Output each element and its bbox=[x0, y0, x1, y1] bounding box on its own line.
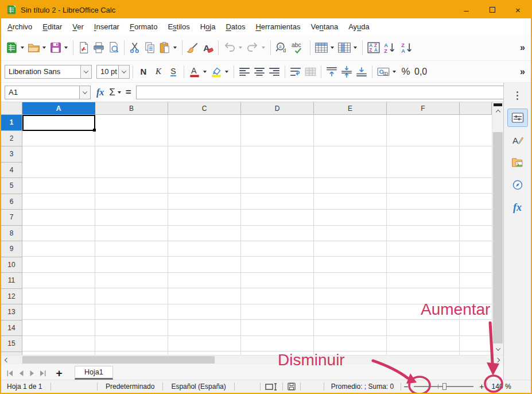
horizontal-scrollbar-thumb[interactable] bbox=[22, 356, 215, 364]
menu-hoja[interactable]: Hoja bbox=[195, 20, 221, 33]
paste-button[interactable] bbox=[157, 37, 172, 58]
formula-button[interactable]: = bbox=[126, 87, 131, 98]
scroll-up-button[interactable] bbox=[492, 107, 503, 117]
sidebar-styles-button[interactable]: A bbox=[507, 131, 528, 149]
align-left-button[interactable] bbox=[237, 63, 252, 81]
percent-format-button[interactable]: % bbox=[398, 63, 413, 81]
horizontal-scrollbar[interactable] bbox=[1, 355, 503, 364]
column-header-partial[interactable] bbox=[460, 102, 492, 115]
sidebar-functions-button[interactable]: fx bbox=[507, 198, 528, 217]
menu-archivo[interactable]: Archivo bbox=[2, 20, 37, 33]
sum-button[interactable]: Σ bbox=[109, 87, 115, 98]
function-wizard-button[interactable]: fx bbox=[96, 87, 104, 98]
close-button[interactable]: × bbox=[505, 1, 531, 18]
menu-ventana[interactable]: Ventana bbox=[305, 20, 343, 33]
zoom-out-button[interactable]: − bbox=[401, 382, 410, 391]
vertical-scrollbar[interactable] bbox=[492, 102, 503, 355]
row-header-14[interactable]: 14 bbox=[1, 320, 22, 337]
open-button[interactable] bbox=[26, 37, 41, 58]
column-header-A[interactable]: A bbox=[22, 102, 95, 115]
column-header-F[interactable]: F bbox=[387, 102, 460, 115]
row-header-1[interactable]: 1 bbox=[1, 115, 22, 131]
column-dropdown[interactable] bbox=[354, 47, 357, 49]
minimize-button[interactable]: – bbox=[453, 1, 479, 18]
formatting-toolbar-overflow[interactable]: » bbox=[520, 67, 525, 77]
row-header-15[interactable]: 15 bbox=[1, 336, 22, 352]
clear-formatting-button[interactable]: A bbox=[200, 37, 215, 58]
find-replace-button[interactable]: ad bbox=[274, 37, 290, 58]
zoom-slider-thumb[interactable] bbox=[442, 383, 446, 390]
menu-editar[interactable]: Editar bbox=[37, 20, 67, 33]
scroll-down-button[interactable] bbox=[492, 345, 503, 354]
font-name-dropdown[interactable] bbox=[80, 65, 91, 78]
cut-button[interactable] bbox=[127, 37, 142, 58]
sort-button[interactable]: AZZA bbox=[366, 37, 382, 58]
new-document-dropdown[interactable] bbox=[21, 47, 24, 49]
undo-dropdown[interactable] bbox=[239, 47, 242, 49]
zoom-in-button[interactable]: + bbox=[477, 382, 486, 391]
row-header-7[interactable]: 7 bbox=[1, 210, 22, 226]
row-header-13[interactable]: 13 bbox=[1, 304, 22, 320]
menu-ayuda[interactable]: Ayuda bbox=[343, 20, 375, 33]
standard-toolbar-overflow[interactable]: » bbox=[520, 43, 525, 53]
last-sheet-button[interactable] bbox=[37, 366, 48, 380]
zoom-slider[interactable] bbox=[414, 386, 473, 387]
open-dropdown[interactable] bbox=[42, 47, 46, 49]
print-button[interactable] bbox=[91, 37, 106, 58]
insert-row-button[interactable] bbox=[313, 37, 329, 58]
clone-formatting-button[interactable] bbox=[185, 37, 200, 58]
scroll-left-button[interactable] bbox=[2, 356, 11, 364]
column-header-C[interactable]: C bbox=[168, 102, 241, 115]
align-right-button[interactable] bbox=[267, 63, 282, 81]
menu-estilos[interactable]: Estilos bbox=[162, 20, 195, 33]
previous-sheet-button[interactable] bbox=[15, 366, 26, 380]
wrap-text-button[interactable] bbox=[288, 63, 303, 81]
language[interactable]: Español (España) bbox=[163, 383, 234, 391]
menu-formato[interactable]: Formato bbox=[125, 20, 162, 33]
center-vertically-button[interactable] bbox=[339, 63, 354, 81]
align-bottom-button[interactable] bbox=[354, 63, 369, 81]
row-header-6[interactable]: 6 bbox=[1, 194, 22, 210]
row-header-11[interactable]: 11 bbox=[1, 273, 22, 289]
font-color-dropdown[interactable] bbox=[203, 71, 207, 73]
zoom-level[interactable]: 140 % bbox=[487, 383, 516, 391]
row-dropdown[interactable] bbox=[331, 47, 334, 49]
underline-button[interactable]: S bbox=[166, 63, 181, 81]
row-header-5[interactable]: 5 bbox=[1, 178, 22, 194]
number-format-button[interactable]: 0,0 bbox=[413, 63, 428, 81]
menu-insertar[interactable]: Insertar bbox=[89, 20, 125, 33]
page-style[interactable]: Predeterminado bbox=[98, 383, 162, 391]
sheet-tab-hoja1[interactable]: Hoja1 bbox=[75, 366, 113, 380]
italic-button[interactable]: K bbox=[151, 63, 166, 81]
redo-dropdown[interactable] bbox=[262, 47, 265, 49]
undo-button[interactable] bbox=[222, 37, 238, 58]
select-all-corner[interactable] bbox=[1, 102, 22, 115]
font-size-combobox[interactable]: 10 pt bbox=[96, 65, 130, 79]
sort-ascending-button[interactable]: AZ bbox=[382, 37, 399, 58]
align-top-button[interactable] bbox=[324, 63, 339, 81]
redo-button[interactable] bbox=[244, 37, 261, 58]
export-pdf-button[interactable] bbox=[76, 37, 91, 58]
new-document-button[interactable] bbox=[5, 37, 20, 58]
row-header-8[interactable]: 8 bbox=[1, 226, 22, 242]
cells-grid[interactable] bbox=[22, 115, 492, 355]
add-sheet-button[interactable]: + bbox=[52, 366, 67, 380]
document-modified-indicator[interactable] bbox=[283, 383, 300, 391]
sidebar-properties-button[interactable] bbox=[507, 109, 528, 127]
insert-column-button[interactable] bbox=[336, 37, 352, 58]
row-header-9[interactable]: 9 bbox=[1, 241, 22, 257]
vertical-scrollbar-thumb[interactable] bbox=[493, 132, 503, 343]
currency-format-dropdown[interactable] bbox=[393, 71, 396, 73]
font-name-combobox[interactable]: Liberation Sans bbox=[5, 65, 92, 79]
save-dropdown[interactable] bbox=[64, 47, 68, 49]
paste-dropdown[interactable] bbox=[173, 47, 177, 49]
name-box-dropdown[interactable] bbox=[79, 86, 90, 99]
copy-button[interactable] bbox=[142, 37, 157, 58]
row-header-10[interactable]: 10 bbox=[1, 257, 22, 273]
print-preview-button[interactable] bbox=[106, 37, 121, 58]
highlight-color-dropdown[interactable] bbox=[225, 71, 228, 73]
menu-datos[interactable]: Datos bbox=[220, 20, 250, 33]
font-color-button[interactable]: A bbox=[187, 63, 202, 81]
menu-ver[interactable]: Ver bbox=[67, 20, 89, 33]
menu-herramientas[interactable]: Herramientas bbox=[250, 20, 305, 33]
